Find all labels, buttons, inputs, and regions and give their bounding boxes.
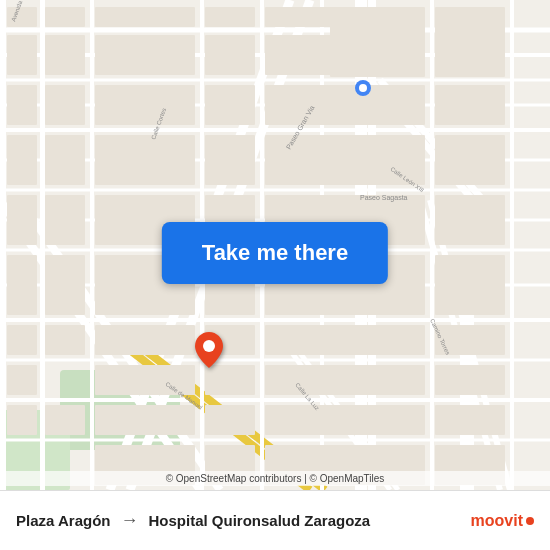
bottom-bar: Plaza Aragón → Hospital Quironsalud Zara… — [0, 490, 550, 550]
svg-rect-64 — [205, 35, 255, 75]
svg-rect-99 — [330, 405, 425, 435]
route-to-label: Hospital Quironsalud Zaragoza — [148, 512, 470, 529]
svg-rect-67 — [205, 85, 255, 125]
svg-rect-47 — [435, 7, 505, 77]
svg-rect-80 — [435, 195, 505, 245]
svg-rect-94 — [330, 365, 425, 395]
svg-rect-61 — [7, 405, 37, 435]
svg-rect-63 — [95, 35, 195, 75]
svg-rect-59 — [45, 325, 85, 355]
svg-rect-96 — [95, 405, 195, 435]
svg-rect-97 — [205, 405, 255, 435]
svg-text:Paseo Sagasta: Paseo Sagasta — [360, 194, 408, 202]
moovit-brand-text: moovit — [471, 512, 523, 530]
svg-rect-54 — [7, 195, 37, 245]
svg-rect-50 — [7, 85, 37, 125]
moovit-logo: moovit — [471, 512, 534, 530]
svg-rect-42 — [45, 7, 85, 27]
svg-rect-60 — [7, 365, 37, 395]
svg-rect-100 — [435, 405, 505, 435]
svg-rect-37 — [510, 0, 514, 490]
svg-rect-62 — [45, 405, 85, 435]
svg-rect-52 — [7, 135, 37, 185]
svg-rect-71 — [95, 135, 195, 185]
svg-rect-95 — [435, 365, 505, 395]
svg-rect-85 — [435, 255, 505, 315]
svg-point-107 — [359, 84, 367, 92]
svg-rect-49 — [45, 35, 85, 75]
svg-rect-65 — [265, 35, 350, 75]
route-arrow-icon: → — [120, 510, 138, 531]
svg-rect-75 — [435, 135, 505, 185]
svg-rect-31 — [40, 0, 45, 490]
svg-rect-57 — [45, 255, 85, 315]
destination-pin — [195, 332, 223, 372]
take-me-there-button[interactable]: Take me there — [162, 222, 388, 284]
svg-rect-69 — [330, 85, 425, 125]
map-container: Avenida Calle Cortes Paseo Gran Via Pase… — [0, 0, 550, 490]
svg-rect-86 — [95, 325, 195, 355]
map-attribution: © OpenStreetMap contributors | © OpenMap… — [0, 471, 550, 486]
svg-rect-53 — [45, 135, 85, 185]
svg-rect-44 — [205, 7, 255, 27]
svg-rect-43 — [95, 7, 195, 27]
svg-rect-72 — [205, 135, 255, 185]
svg-rect-58 — [7, 325, 37, 355]
svg-point-116 — [203, 340, 215, 352]
svg-rect-36 — [430, 0, 434, 490]
route-from-label: Plaza Aragón — [16, 512, 110, 529]
svg-rect-32 — [90, 0, 94, 490]
svg-rect-66 — [95, 85, 195, 125]
svg-rect-30 — [0, 0, 6, 490]
svg-rect-51 — [45, 85, 85, 125]
svg-rect-70 — [435, 85, 505, 125]
svg-rect-55 — [45, 195, 85, 245]
svg-rect-56 — [7, 255, 37, 315]
svg-rect-48 — [7, 35, 37, 75]
svg-rect-89 — [330, 325, 425, 355]
moovit-logo-dot — [526, 517, 534, 525]
